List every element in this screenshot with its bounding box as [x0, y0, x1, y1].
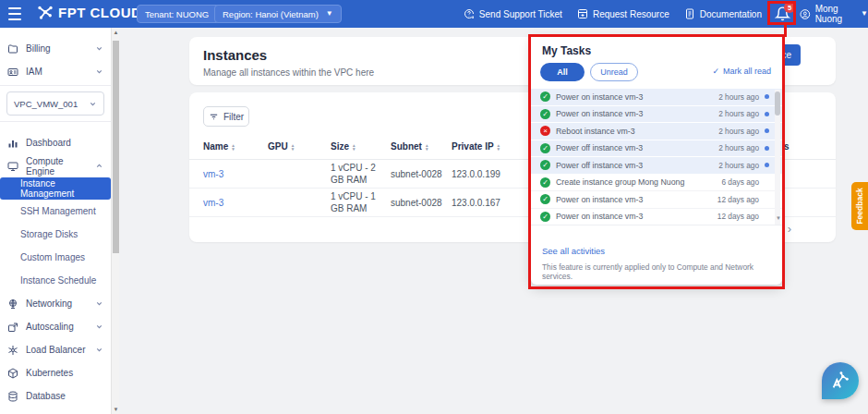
unread-dot [765, 112, 769, 116]
unread-dot [765, 128, 769, 133]
task-status-icon: × [540, 126, 550, 136]
load-balancer-icon [7, 345, 18, 356]
ai-molecule-icon [830, 371, 850, 391]
sort-icon[interactable]: ▴▾ [232, 143, 235, 151]
billing-icon [7, 43, 18, 55]
task-item[interactable]: ✓ Power on instance vm-3 12 days ago [531, 209, 782, 226]
request-resource-link[interactable]: Request Resource [577, 8, 669, 19]
task-item[interactable]: ✓ Create instance group Mong Nuong 6 day… [531, 175, 782, 192]
divider [0, 121, 111, 122]
filter-button[interactable]: Filter [203, 106, 249, 127]
task-text: Power off instance vm-3 [556, 161, 713, 170]
pagination-next-button[interactable]: › [788, 222, 791, 236]
task-text: Power on instance vm-3 [556, 92, 713, 102]
task-item[interactable]: ✓ Power on instance vm-3 2 hours ago [531, 89, 782, 106]
avatar-icon [800, 7, 811, 21]
column-header: Size▴▾ [331, 141, 391, 152]
sidebar-item-instance-management[interactable]: Instance Management [0, 177, 111, 200]
feedback-button[interactable]: Feedback [851, 182, 868, 230]
documentation-icon [684, 8, 695, 19]
scrollbar-thumb[interactable] [113, 41, 119, 253]
scrollbar-thumb[interactable] [775, 91, 780, 116]
billing-label: Billing [26, 43, 88, 54]
autoscaling-label: Autoscaling [26, 322, 88, 332]
task-status-icon: ✓ [540, 160, 550, 170]
task-item[interactable]: ✓ Power off instance vm-3 2 hours ago [531, 157, 782, 175]
sidebar-item-custom-images[interactable]: Custom Images [0, 246, 111, 269]
task-status-icon: ✓ [540, 194, 550, 204]
database-label: Database [26, 391, 103, 401]
iam-icon [7, 67, 18, 78]
task-time: 12 days ago [717, 212, 759, 221]
task-list-scrollbar[interactable] [775, 90, 780, 225]
size-cell: 1 vCPU - 1 GB RAM [331, 190, 391, 214]
support-ticket-icon [464, 8, 475, 19]
sidebar-item-autoscaling[interactable]: Autoscaling [0, 315, 111, 338]
filter-label: Filter [223, 112, 244, 122]
scroll-up-icon[interactable]: ▲ [112, 30, 120, 35]
sidebar-item-storage-disks[interactable]: Storage Disks [0, 223, 111, 246]
sort-icon[interactable]: ▴▾ [498, 143, 500, 151]
sidebar-item-instance-schedule[interactable]: Instance Schedule [0, 269, 111, 292]
chevron-down-icon [89, 100, 97, 108]
user-menu[interactable]: Mong Nuong ▼ [800, 0, 868, 28]
task-item[interactable]: ✓ Power on instance vm-3 12 days ago [531, 191, 782, 209]
vpc-selector[interactable]: VPC_VMW_001 [6, 91, 104, 116]
documentation-link[interactable]: Documentation [684, 8, 762, 19]
sort-icon[interactable]: ▴▾ [353, 143, 356, 151]
task-time: 2 hours ago [718, 109, 759, 118]
send-support-ticket-link[interactable]: Send Support Ticket [464, 8, 562, 19]
task-text: Power on instance vm-3 [556, 109, 713, 118]
column-header: Subnet▴▾ [391, 141, 452, 152]
sidebar-item-dashboard[interactable]: Dashboard [0, 131, 111, 154]
tab-unread[interactable]: Unread [590, 63, 638, 81]
dashboard-icon [7, 138, 18, 149]
see-all-activities-link[interactable]: See all activities [542, 246, 605, 256]
database-icon [7, 391, 18, 402]
sidebar-item-ssh-management[interactable]: SSH Management [0, 200, 111, 223]
region-selector[interactable]: Region: Hanoi (Vietnam)▼ [214, 5, 342, 23]
task-time: 2 hours ago [718, 161, 759, 170]
sidebar-item-iam[interactable]: IAM [0, 60, 111, 83]
scroll-down-icon[interactable]: ▼ [112, 407, 120, 412]
task-item[interactable]: × Reboot instance vm-3 2 hours ago [531, 123, 782, 140]
tab-all[interactable]: All [540, 63, 585, 81]
networking-label: Networking [26, 298, 88, 309]
sidebar-item-compute-engine[interactable]: Compute Engine [0, 154, 111, 177]
task-time: 2 hours ago [718, 92, 759, 102]
filter-icon [209, 112, 219, 122]
ai-assistant-button[interactable] [822, 362, 859, 399]
tenant-label: Tenant: NUONG [145, 9, 209, 19]
sort-icon[interactable]: ▴▾ [426, 143, 428, 151]
sidebar-item-billing[interactable]: Billing [0, 37, 111, 60]
mark-all-read-button[interactable]: ✓ Mark all read [712, 67, 771, 76]
my-tasks-panel: My Tasks All Unread ✓ Mark all read ✓ Po… [531, 37, 782, 285]
sidebar-scrollbar[interactable]: ▲ ▼ [111, 28, 119, 414]
chevron-down-icon [95, 44, 103, 53]
task-item[interactable]: ✓ Power off instance vm-3 2 hours ago [531, 140, 782, 158]
unread-dot [765, 163, 769, 167]
sidebar-item-load-balancer[interactable]: Load Balancer [0, 338, 111, 361]
instance-name-link[interactable]: vm-3 [203, 198, 268, 208]
compute-engine-icon [7, 161, 18, 172]
sidebar-item-networking[interactable]: Networking [0, 292, 111, 315]
instance-name-link[interactable]: vm-3 [203, 169, 268, 179]
task-item[interactable]: ✓ Power on instance vm-3 2 hours ago [531, 106, 782, 124]
iam-label: IAM [26, 67, 88, 77]
sort-icon[interactable]: ▴▾ [292, 143, 295, 151]
size-cell: 1 vCPU - 2 GB RAM [331, 162, 391, 186]
column-header: GPU▴▾ [268, 141, 331, 152]
logo-molecule-icon [37, 4, 54, 20]
chevron-down-icon: ▼ [861, 10, 868, 18]
kubernetes-icon [7, 368, 18, 379]
check-icon: ✓ [712, 67, 719, 76]
task-status-icon: ✓ [540, 109, 550, 119]
hamburger-menu-icon[interactable] [8, 7, 21, 20]
docs-label: Documentation [700, 9, 762, 19]
sidebar-item-database[interactable]: Database [0, 384, 111, 408]
scroll-down-icon[interactable]: ▼ [776, 215, 781, 221]
column-header: Name▴▾ [203, 141, 268, 152]
chevron-down-icon [95, 346, 103, 354]
sidebar-item-kubernetes[interactable]: Kubernetes [0, 361, 111, 384]
mark-all-read-label: Mark all read [723, 67, 771, 76]
